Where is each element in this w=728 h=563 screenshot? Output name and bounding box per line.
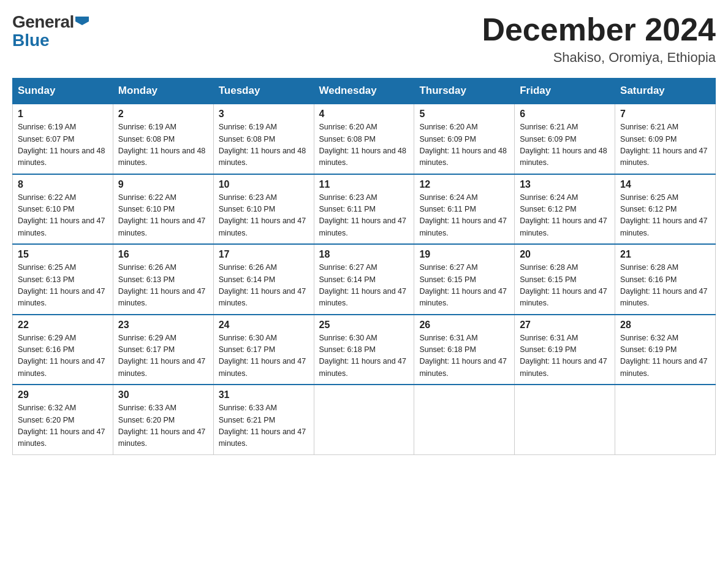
calendar-cell: 21Sunrise: 6:28 AMSunset: 6:16 PMDayligh… — [615, 244, 716, 315]
calendar-cell: 15Sunrise: 6:25 AMSunset: 6:13 PMDayligh… — [13, 244, 113, 315]
day-number: 20 — [520, 249, 610, 260]
day-info: Sunrise: 6:33 AMSunset: 6:20 PMDaylight:… — [118, 402, 208, 450]
week-row-3: 15Sunrise: 6:25 AMSunset: 6:13 PMDayligh… — [13, 244, 716, 315]
week-row-1: 1Sunrise: 6:19 AMSunset: 6:07 PMDaylight… — [13, 104, 716, 174]
column-header-thursday: Thursday — [414, 79, 515, 104]
day-info: Sunrise: 6:22 AMSunset: 6:10 PMDaylight:… — [18, 192, 108, 240]
day-number: 7 — [620, 109, 710, 120]
day-info: Sunrise: 6:27 AMSunset: 6:15 PMDaylight:… — [419, 262, 509, 310]
day-info: Sunrise: 6:31 AMSunset: 6:18 PMDaylight:… — [419, 332, 509, 380]
day-info: Sunrise: 6:26 AMSunset: 6:13 PMDaylight:… — [118, 262, 208, 310]
calendar-cell: 26Sunrise: 6:31 AMSunset: 6:18 PMDayligh… — [414, 315, 515, 385]
page-header: General Blue December 2024 Shakiso, Orom… — [12, 12, 716, 66]
week-row-4: 22Sunrise: 6:29 AMSunset: 6:16 PMDayligh… — [13, 315, 716, 385]
day-info: Sunrise: 6:29 AMSunset: 6:17 PMDaylight:… — [118, 332, 208, 380]
day-info: Sunrise: 6:21 AMSunset: 6:09 PMDaylight:… — [520, 121, 610, 169]
day-info: Sunrise: 6:30 AMSunset: 6:18 PMDaylight:… — [319, 332, 409, 380]
day-info: Sunrise: 6:27 AMSunset: 6:14 PMDaylight:… — [319, 262, 409, 310]
day-number: 2 — [118, 109, 208, 120]
day-info: Sunrise: 6:26 AMSunset: 6:14 PMDaylight:… — [219, 262, 309, 310]
day-number: 24 — [219, 320, 309, 331]
calendar-table: SundayMondayTuesdayWednesdayThursdayFrid… — [12, 78, 716, 455]
day-number: 28 — [620, 320, 710, 331]
day-number: 21 — [620, 249, 710, 260]
calendar-cell: 3Sunrise: 6:19 AMSunset: 6:08 PMDaylight… — [213, 104, 314, 174]
calendar-cell: 16Sunrise: 6:26 AMSunset: 6:13 PMDayligh… — [113, 244, 213, 315]
day-info: Sunrise: 6:19 AMSunset: 6:08 PMDaylight:… — [118, 121, 208, 169]
calendar-cell — [515, 385, 615, 454]
calendar-cell: 23Sunrise: 6:29 AMSunset: 6:17 PMDayligh… — [113, 315, 213, 385]
day-info: Sunrise: 6:19 AMSunset: 6:07 PMDaylight:… — [18, 121, 108, 169]
calendar-cell: 5Sunrise: 6:20 AMSunset: 6:09 PMDaylight… — [414, 104, 515, 174]
column-header-wednesday: Wednesday — [314, 79, 414, 104]
calendar-cell: 4Sunrise: 6:20 AMSunset: 6:08 PMDaylight… — [314, 104, 414, 174]
calendar-cell: 17Sunrise: 6:26 AMSunset: 6:14 PMDayligh… — [213, 244, 314, 315]
svg-marker-0 — [75, 17, 89, 25]
day-info: Sunrise: 6:30 AMSunset: 6:17 PMDaylight:… — [219, 332, 309, 380]
day-info: Sunrise: 6:32 AMSunset: 6:20 PMDaylight:… — [18, 402, 108, 450]
day-number: 5 — [419, 109, 509, 120]
day-number: 18 — [319, 249, 409, 260]
day-info: Sunrise: 6:20 AMSunset: 6:09 PMDaylight:… — [419, 121, 509, 169]
column-header-sunday: Sunday — [13, 79, 113, 104]
day-number: 14 — [620, 179, 710, 190]
calendar-cell: 24Sunrise: 6:30 AMSunset: 6:17 PMDayligh… — [213, 315, 314, 385]
location-subtitle: Shakiso, Oromiya, Ethiopia — [482, 50, 716, 66]
day-info: Sunrise: 6:33 AMSunset: 6:21 PMDaylight:… — [219, 402, 309, 450]
day-number: 1 — [18, 109, 108, 120]
calendar-cell: 6Sunrise: 6:21 AMSunset: 6:09 PMDaylight… — [515, 104, 615, 174]
day-info: Sunrise: 6:28 AMSunset: 6:15 PMDaylight:… — [520, 262, 610, 310]
day-number: 19 — [419, 249, 509, 260]
title-section: December 2024 Shakiso, Oromiya, Ethiopia — [482, 12, 716, 66]
day-number: 27 — [520, 320, 610, 331]
day-info: Sunrise: 6:19 AMSunset: 6:08 PMDaylight:… — [219, 121, 309, 169]
calendar-cell: 9Sunrise: 6:22 AMSunset: 6:10 PMDaylight… — [113, 174, 213, 245]
calendar-cell: 22Sunrise: 6:29 AMSunset: 6:16 PMDayligh… — [13, 315, 113, 385]
calendar-cell: 31Sunrise: 6:33 AMSunset: 6:21 PMDayligh… — [213, 385, 314, 454]
day-number: 4 — [319, 109, 409, 120]
day-info: Sunrise: 6:29 AMSunset: 6:16 PMDaylight:… — [18, 332, 108, 380]
calendar-cell — [615, 385, 716, 454]
day-number: 8 — [18, 179, 108, 190]
day-info: Sunrise: 6:25 AMSunset: 6:12 PMDaylight:… — [620, 192, 710, 240]
day-number: 9 — [118, 179, 208, 190]
day-number: 6 — [520, 109, 610, 120]
day-number: 29 — [18, 389, 108, 400]
day-info: Sunrise: 6:25 AMSunset: 6:13 PMDaylight:… — [18, 262, 108, 310]
calendar-cell: 10Sunrise: 6:23 AMSunset: 6:10 PMDayligh… — [213, 174, 314, 245]
day-info: Sunrise: 6:31 AMSunset: 6:19 PMDaylight:… — [520, 332, 610, 380]
calendar-cell: 2Sunrise: 6:19 AMSunset: 6:08 PMDaylight… — [113, 104, 213, 174]
day-number: 31 — [219, 389, 309, 400]
calendar-cell: 18Sunrise: 6:27 AMSunset: 6:14 PMDayligh… — [314, 244, 414, 315]
column-header-friday: Friday — [515, 79, 615, 104]
day-info: Sunrise: 6:24 AMSunset: 6:11 PMDaylight:… — [419, 192, 509, 240]
day-number: 26 — [419, 320, 509, 331]
calendar-cell — [314, 385, 414, 454]
calendar-cell: 12Sunrise: 6:24 AMSunset: 6:11 PMDayligh… — [414, 174, 515, 245]
day-number: 16 — [118, 249, 208, 260]
calendar-cell: 29Sunrise: 6:32 AMSunset: 6:20 PMDayligh… — [13, 385, 113, 454]
day-number: 22 — [18, 320, 108, 331]
column-header-tuesday: Tuesday — [213, 79, 314, 104]
logo-general-text: General — [12, 12, 74, 32]
day-info: Sunrise: 6:24 AMSunset: 6:12 PMDaylight:… — [520, 192, 610, 240]
day-info: Sunrise: 6:28 AMSunset: 6:16 PMDaylight:… — [620, 262, 710, 310]
week-row-2: 8Sunrise: 6:22 AMSunset: 6:10 PMDaylight… — [13, 174, 716, 245]
calendar-header-row: SundayMondayTuesdayWednesdayThursdayFrid… — [13, 79, 716, 104]
day-number: 30 — [118, 389, 208, 400]
day-info: Sunrise: 6:21 AMSunset: 6:09 PMDaylight:… — [620, 121, 710, 169]
day-info: Sunrise: 6:23 AMSunset: 6:11 PMDaylight:… — [319, 192, 409, 240]
week-row-5: 29Sunrise: 6:32 AMSunset: 6:20 PMDayligh… — [13, 385, 716, 454]
day-number: 13 — [520, 179, 610, 190]
column-header-saturday: Saturday — [615, 79, 716, 104]
day-number: 17 — [219, 249, 309, 260]
day-number: 11 — [319, 179, 409, 190]
day-info: Sunrise: 6:20 AMSunset: 6:08 PMDaylight:… — [319, 121, 409, 169]
day-number: 15 — [18, 249, 108, 260]
calendar-cell: 28Sunrise: 6:32 AMSunset: 6:19 PMDayligh… — [615, 315, 716, 385]
calendar-cell: 1Sunrise: 6:19 AMSunset: 6:07 PMDaylight… — [13, 104, 113, 174]
day-number: 10 — [219, 179, 309, 190]
calendar-cell: 20Sunrise: 6:28 AMSunset: 6:15 PMDayligh… — [515, 244, 615, 315]
calendar-cell: 19Sunrise: 6:27 AMSunset: 6:15 PMDayligh… — [414, 244, 515, 315]
day-info: Sunrise: 6:22 AMSunset: 6:10 PMDaylight:… — [118, 192, 208, 240]
